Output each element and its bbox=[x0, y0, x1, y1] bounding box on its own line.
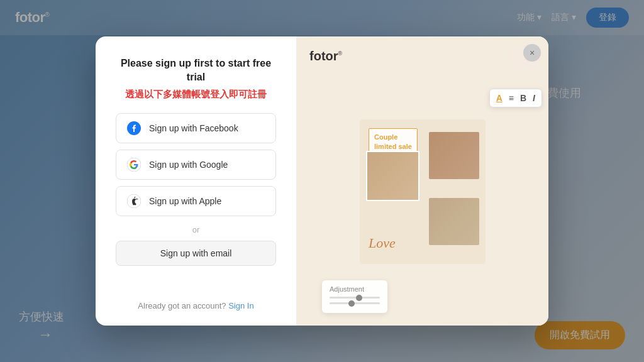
apple-signup-button[interactable]: Sign up with Apple bbox=[116, 186, 276, 216]
google-btn-label: Sign up with Google bbox=[149, 160, 228, 170]
slider-1[interactable] bbox=[330, 297, 380, 299]
facebook-icon bbox=[126, 121, 142, 136]
collage-card: Couple limited sale Love bbox=[360, 119, 486, 264]
underline-button[interactable]: A bbox=[496, 93, 502, 103]
close-button[interactable]: × bbox=[523, 44, 541, 62]
modal-left-panel: Please sign up first to start freetrial … bbox=[96, 36, 297, 326]
apple-btn-label: Sign up with Apple bbox=[149, 196, 221, 206]
collage-image-3 bbox=[429, 198, 479, 245]
modal-footer: Already got an account? Sign In bbox=[138, 301, 253, 310]
right-panel-logo: fotor® bbox=[309, 49, 342, 63]
align-button[interactable]: ≡ bbox=[509, 93, 514, 103]
email-signup-button[interactable]: Sign up with email bbox=[116, 241, 276, 266]
google-signup-button[interactable]: Sign up with Google bbox=[116, 150, 276, 180]
text-format-toolbar: A ≡ B I bbox=[489, 89, 542, 107]
or-divider: or bbox=[192, 225, 200, 234]
already-text: Already got an account? bbox=[138, 301, 226, 310]
modal-subtitle: 透過以下多媒體帳號登入即可註冊 bbox=[125, 87, 267, 101]
google-icon bbox=[126, 157, 142, 172]
facebook-signup-button[interactable]: Sign up with Facebook bbox=[116, 113, 276, 143]
signup-modal: × Please sign up first to start freetria… bbox=[96, 36, 548, 326]
collage-image-2 bbox=[429, 132, 479, 179]
collage-image-1 bbox=[366, 151, 419, 201]
adjustment-panel: Adjustment bbox=[322, 280, 387, 313]
collage-preview-area: Couple limited sale Love A ≡ B I Adjustm… bbox=[309, 70, 536, 313]
modal-title: Please sign up first to start freetrial bbox=[121, 57, 271, 85]
modal-right-panel: fotor® · · · · ·· · · · ·· · · · ·· · · … bbox=[297, 36, 548, 326]
bold-button[interactable]: B bbox=[520, 93, 526, 103]
facebook-btn-label: Sign up with Facebook bbox=[149, 123, 238, 133]
slider-2[interactable] bbox=[330, 302, 380, 304]
signin-link[interactable]: Sign In bbox=[228, 301, 253, 310]
adjustment-label: Adjustment bbox=[330, 285, 380, 293]
collage-script-text: Love bbox=[369, 235, 396, 251]
italic-button[interactable]: I bbox=[533, 93, 535, 103]
apple-icon bbox=[126, 194, 142, 209]
